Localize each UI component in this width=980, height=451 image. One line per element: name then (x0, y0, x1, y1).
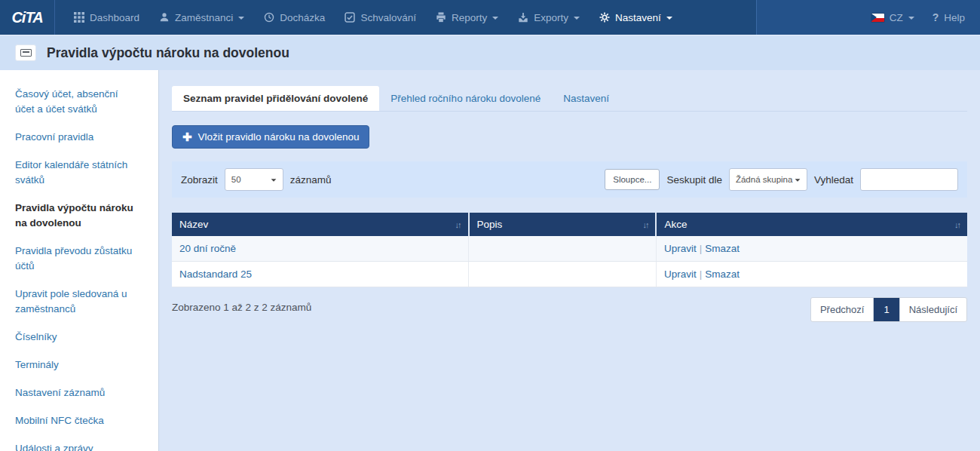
page-title: Pravidla výpočtu nároku na dovolenou (47, 45, 289, 61)
printer-icon (436, 12, 446, 23)
delete-link[interactable]: Smazat (705, 268, 740, 280)
column-header-popis[interactable]: Popis↓↑ (469, 213, 657, 236)
screen-icon (20, 49, 32, 57)
sidebar-item-casovy-ucet[interactable]: Časový účet, absenční účet a účet svátků (0, 87, 158, 117)
export-icon (518, 12, 528, 23)
search-input[interactable] (860, 168, 958, 191)
cell-popis (469, 236, 657, 262)
sidebar-item-pravidla-vypoctu-naroku[interactable]: Pravidla výpočtu nároku na dovolenou (0, 201, 158, 231)
help-label: Help (944, 12, 965, 23)
nav-item-label: Docházka (280, 12, 325, 23)
action-separator: | (700, 268, 703, 280)
nav-item-nastaveni[interactable]: Nastavení (590, 0, 682, 35)
sort-icon[interactable]: ↓↑ (954, 220, 960, 229)
previous-page-button[interactable]: Předchozí (811, 298, 874, 321)
show-label: Zobrazit (181, 174, 218, 186)
table-row: 20 dní ročně Upravit|Smazat (172, 236, 967, 262)
question-mark-icon: ? (933, 11, 939, 23)
cell-akce: Upravit|Smazat (656, 236, 967, 262)
nav-item-zamestnanci[interactable]: Zaměstnanci (149, 0, 254, 35)
records-info: Zobrazeno 1 až 2 z 2 záznamů (172, 297, 311, 313)
sidebar-item-nastaveni-zaznamu[interactable]: Nastavení záznamů (0, 385, 158, 400)
nav-item-reporty[interactable]: Reporty (426, 0, 508, 35)
edit-link[interactable]: Upravit (664, 243, 697, 254)
column-header-nazev[interactable]: Název↓↑ (172, 213, 469, 236)
current-page-button[interactable]: 1 (873, 298, 899, 321)
nav-item-label: Zaměstnanci (175, 12, 233, 23)
gear-icon (599, 12, 610, 23)
rules-table: Název↓↑ Popis↓↑ Akce↓↑ 20 dní ročně Upra… (172, 213, 967, 287)
chevron-down-icon (574, 17, 580, 20)
help-link[interactable]: ? Help (933, 11, 965, 23)
user-icon (159, 12, 170, 23)
clock-icon (264, 12, 274, 23)
next-page-button[interactable]: Následující (900, 298, 966, 321)
sidebar-item-terminaly[interactable]: Terminály (0, 357, 158, 373)
sidebar-item-upravit-pole[interactable]: Upravit pole sledovaná u zaměstnanců (0, 287, 158, 317)
logo-text: CiTA (11, 9, 42, 26)
table-toolbar: Zobrazit 50 záznamů Sloupce... Seskupit … (172, 161, 967, 198)
nav-item-label: Dashboard (90, 12, 139, 23)
chevron-down-icon (795, 179, 801, 181)
sidebar-item-udalosti-a-zpravy[interactable]: Události a zprávy (0, 441, 158, 451)
group-by-value: Žádná skupina (736, 175, 792, 184)
main-content: Seznam pravidel přidělování dovolené Pře… (159, 70, 980, 451)
page-icon (15, 44, 36, 61)
cell-popis (469, 262, 657, 287)
grid-icon (74, 12, 84, 23)
column-header-akce[interactable]: Akce↓↑ (656, 213, 967, 236)
chevron-down-icon (908, 17, 914, 20)
page-header: Pravidla výpočtu nároku na dovolenou (0, 35, 980, 70)
sidebar-item-ciselniky[interactable]: Číselníky (0, 330, 158, 345)
navbar-right-zone: CZ ? Help (756, 0, 980, 35)
tab-bar: Seznam pravidel přidělování dovolené Pře… (172, 84, 967, 112)
nav-item-dashboard[interactable]: Dashboard (64, 0, 149, 35)
delete-link[interactable]: Smazat (705, 243, 740, 254)
records-label: záznamů (290, 174, 332, 186)
pagination: Předchozí 1 Následující (810, 297, 967, 322)
tab-nastaveni[interactable]: Nastavení (552, 86, 620, 111)
search-label: Vyhledat (814, 174, 853, 186)
language-label: CZ (890, 12, 903, 23)
main-menu: Dashboard Zaměstnanci Docházka Schvalová… (55, 0, 682, 35)
tab-prehled-rocniho-naroku[interactable]: Přehled ročního nároku dovolené (379, 86, 552, 111)
chevron-down-icon (271, 179, 276, 181)
rule-name-link[interactable]: Nadstandard 25 (179, 268, 252, 280)
table-row: Nadstandard 25 Upravit|Smazat (172, 262, 967, 287)
cell-nazev: Nadstandard 25 (172, 262, 469, 287)
chevron-down-icon (238, 17, 244, 20)
chevron-down-icon (666, 17, 672, 20)
sort-icon[interactable]: ↓↑ (455, 220, 461, 229)
insert-rule-button-label: Vložit pravidlo nároku na dovolenou (198, 131, 360, 143)
plus-icon: ✚ (182, 131, 192, 143)
settings-sidebar: Časový účet, absenční účet a účet svátků… (0, 70, 159, 451)
columns-button[interactable]: Sloupce... (605, 169, 660, 190)
chevron-down-icon (492, 17, 498, 20)
sidebar-item-editor-kalendare[interactable]: Editor kalendáře státních svátků (0, 158, 158, 188)
check-square-icon (345, 12, 355, 23)
sidebar-item-pravidla-prevodu[interactable]: Pravidla převodu zůstatku účtů (0, 244, 158, 274)
nav-item-exporty[interactable]: Exporty (508, 0, 590, 35)
sidebar-item-pracovni-pravidla[interactable]: Pracovní pravidla (0, 130, 158, 145)
action-separator: | (700, 243, 703, 254)
tab-seznam-pravidel[interactable]: Seznam pravidel přidělování dovolené (172, 86, 379, 111)
nav-item-label: Nastavení (615, 12, 661, 23)
insert-rule-button[interactable]: ✚ Vložit pravidlo nároku na dovolenou (172, 125, 369, 149)
sort-icon[interactable]: ↓↑ (642, 220, 648, 229)
language-selector[interactable]: CZ (871, 12, 914, 23)
edit-link[interactable]: Upravit (664, 268, 697, 280)
nav-item-label: Exporty (534, 12, 568, 23)
rule-name-link[interactable]: 20 dní ročně (179, 243, 236, 254)
page-size-select[interactable]: 50 (225, 168, 283, 191)
nav-item-dochazka[interactable]: Docházka (254, 0, 335, 35)
nav-item-schvalovani[interactable]: Schvalování (335, 0, 426, 35)
cell-akce: Upravit|Smazat (656, 262, 967, 287)
top-navbar: CiTA Dashboard Zaměstnanci Docházka Schv… (0, 0, 980, 35)
sidebar-item-mobilni-nfc-ctecka[interactable]: Mobilní NFC čtečka (0, 413, 158, 428)
group-by-select[interactable]: Žádná skupina (729, 168, 807, 191)
cz-flag-icon (871, 14, 884, 22)
page-size-value: 50 (231, 175, 241, 184)
app-logo[interactable]: CiTA (0, 0, 55, 35)
group-by-label: Seskupit dle (666, 174, 722, 186)
cell-nazev: 20 dní ročně (172, 236, 469, 262)
